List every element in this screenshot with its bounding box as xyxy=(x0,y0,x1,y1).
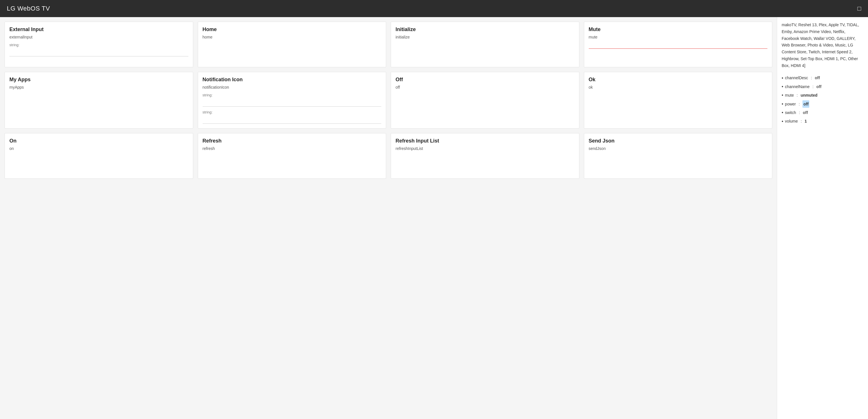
card-input-external-input-0[interactable] xyxy=(9,51,188,56)
card-command-my-apps: myApps xyxy=(9,85,188,90)
card-refresh: Refreshrefresh xyxy=(198,133,386,179)
card-title-on: On xyxy=(9,138,188,144)
card-home: Homehome xyxy=(198,22,386,67)
card-grid: External InputexternalInputstring:Homeho… xyxy=(5,22,772,179)
status-key-mute: mute xyxy=(785,91,794,99)
card-send-json: Send JsonsendJson xyxy=(584,133,773,179)
card-input-label-notification-icon-0: string: xyxy=(203,93,381,97)
card-title-refresh-input-list: Refresh Input List xyxy=(396,138,575,144)
card-command-external-input: externalInput xyxy=(9,35,188,39)
status-item-volume: volume : 1 xyxy=(782,117,863,126)
card-title-refresh: Refresh xyxy=(203,138,381,144)
card-input-notification-icon-1[interactable] xyxy=(203,118,381,124)
card-input-label-external-input-0: string: xyxy=(9,43,188,47)
card-command-refresh-input-list: refreshInputList xyxy=(396,146,575,151)
card-title-my-apps: My Apps xyxy=(9,77,188,83)
card-external-input: External InputexternalInputstring: xyxy=(5,22,193,67)
status-item-channelDesc: channelDesc : off xyxy=(782,74,863,82)
status-item-channelName: channelName : off xyxy=(782,82,863,91)
card-my-apps: My AppsmyApps xyxy=(5,72,193,128)
card-title-ok: Ok xyxy=(589,77,768,83)
status-key-channelDesc: channelDesc xyxy=(785,74,808,82)
card-on: Onon xyxy=(5,133,193,179)
card-command-initialize: initialize xyxy=(396,35,575,39)
card-command-off: off xyxy=(396,85,575,90)
status-value-switch: off xyxy=(803,109,808,117)
status-key-channelName: channelName xyxy=(785,83,810,91)
card-command-on: on xyxy=(9,146,188,151)
status-value-mute: unmuted xyxy=(801,91,817,99)
status-value-power: off xyxy=(802,100,809,108)
card-input-notification-icon-0[interactable] xyxy=(203,100,381,107)
main-content: External InputexternalInputstring:Homeho… xyxy=(0,17,777,419)
status-value-volume: 1 xyxy=(804,117,807,125)
card-command-mute: mute xyxy=(589,35,768,39)
status-key-switch: switch xyxy=(785,109,796,117)
card-title-send-json: Send Json xyxy=(589,138,768,144)
status-value-channelName: off xyxy=(816,83,822,91)
app-title: LG WebOS TV xyxy=(7,5,50,12)
card-title-off: Off xyxy=(396,77,575,83)
card-input-mute-0[interactable] xyxy=(589,43,768,49)
sidebar-apps-text: makoTV, Reshet 13, Plex, Apple TV, TIDAL… xyxy=(782,22,863,69)
chat-icon[interactable]: □ xyxy=(858,5,861,12)
status-value-channelDesc: off xyxy=(815,74,820,82)
card-command-ok: ok xyxy=(589,85,768,90)
card-command-send-json: sendJson xyxy=(589,146,768,151)
card-initialize: Initializeinitialize xyxy=(391,22,579,67)
card-title-initialize: Initialize xyxy=(396,27,575,32)
sidebar-status-list: channelDesc : offchannelName : offmute :… xyxy=(782,74,863,126)
status-item-power: power : off xyxy=(782,100,863,108)
card-command-home: home xyxy=(203,35,381,39)
status-key-volume: volume xyxy=(785,117,798,125)
card-title-notification-icon: Notification Icon xyxy=(203,77,381,83)
card-mute: Mutemute xyxy=(584,22,773,67)
card-title-external-input: External Input xyxy=(9,27,188,32)
card-command-notification-icon: notificationIcon xyxy=(203,85,381,90)
card-command-refresh: refresh xyxy=(203,146,381,151)
card-title-home: Home xyxy=(203,27,381,32)
status-item-switch: switch : off xyxy=(782,108,863,117)
card-off: Offoff xyxy=(391,72,579,128)
card-refresh-input-list: Refresh Input ListrefreshInputList xyxy=(391,133,579,179)
card-ok: Okok xyxy=(584,72,773,128)
sidebar: makoTV, Reshet 13, Plex, Apple TV, TIDAL… xyxy=(777,17,868,419)
card-input-label-notification-icon-1: string: xyxy=(203,110,381,114)
header: LG WebOS TV □ xyxy=(0,0,868,17)
status-item-mute: mute : unmuted xyxy=(782,91,863,99)
card-title-mute: Mute xyxy=(589,27,768,32)
main-layout: External InputexternalInputstring:Homeho… xyxy=(0,17,868,419)
card-notification-icon: Notification IconnotificationIconstring:… xyxy=(198,72,386,128)
status-key-power: power xyxy=(785,100,796,108)
